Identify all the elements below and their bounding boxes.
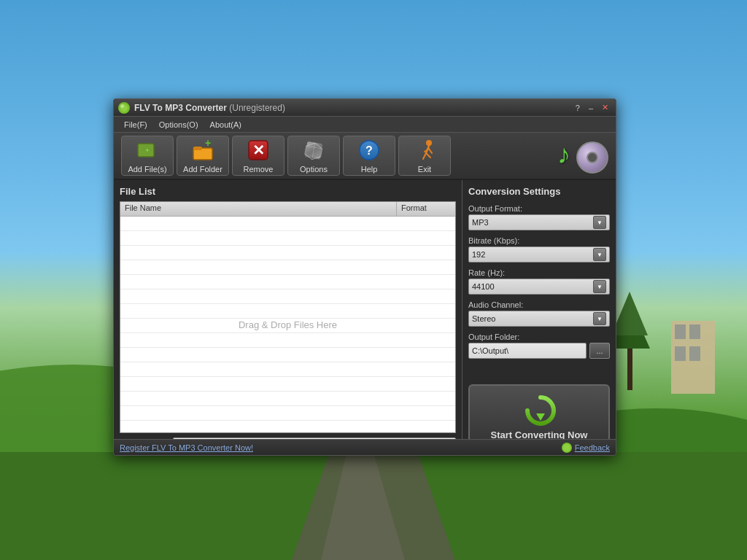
- svg-line-40: [426, 153, 430, 158]
- rate-group: Rate (Hz): 44100 ▼: [468, 268, 610, 295]
- folder-row: C:\Output\ ...: [468, 343, 610, 359]
- menu-bar: File(F) Options(O) About(A): [114, 117, 616, 133]
- disc-icon: [576, 141, 608, 174]
- minimize-button[interactable]: –: [586, 103, 596, 113]
- svg-line-39: [423, 153, 426, 159]
- output-format-value: MP3: [472, 218, 593, 227]
- output-folder-group: Output Folder: C:\Output\ ...: [468, 332, 610, 359]
- output-format-label: Output Format:: [468, 204, 610, 213]
- svg-text:+: +: [144, 144, 150, 156]
- rate-value: 44100: [472, 282, 593, 291]
- add-files-icon: +: [136, 139, 159, 162]
- add-files-label: Add File(s): [128, 165, 166, 174]
- settings-title: Conversion Settings: [468, 186, 610, 197]
- file-table: File Name Format Drag & Drop Files Here: [120, 201, 456, 433]
- svg-rect-20: [675, 324, 686, 339]
- svg-text:+: +: [205, 139, 211, 149]
- bitrate-group: Bitrate (Kbps): 192 ▼: [468, 236, 610, 262]
- convert-icon: [523, 393, 555, 425]
- options-label: Options: [300, 165, 328, 174]
- remove-button[interactable]: ✕ Remove: [232, 136, 285, 176]
- feedback-area: Feedback: [562, 443, 610, 453]
- audio-channel-value: Stereo: [472, 314, 593, 323]
- file-table-header: File Name Format: [120, 202, 455, 217]
- add-folder-label: Add Folder: [183, 165, 222, 174]
- menu-options[interactable]: Options(O): [153, 119, 204, 131]
- options-button[interactable]: Options: [287, 136, 340, 176]
- svg-marker-18: [611, 292, 648, 335]
- add-folder-icon: +: [191, 139, 214, 162]
- svg-marker-43: [536, 413, 545, 421]
- main-content: File List File Name Format Drag & Drop F…: [114, 180, 616, 455]
- app-window: FLV To MP3 Converter (Unregistered) ? – …: [113, 98, 616, 456]
- menu-file[interactable]: File(F): [118, 119, 153, 131]
- feedback-icon: [562, 443, 572, 453]
- menu-about[interactable]: About(A): [204, 119, 247, 131]
- help-label: Help: [361, 165, 378, 174]
- browse-button[interactable]: ...: [589, 343, 610, 359]
- svg-line-42: [429, 149, 432, 153]
- output-format-select[interactable]: MP3 ▼: [468, 214, 610, 230]
- bitrate-select[interactable]: 192 ▼: [468, 246, 610, 262]
- settings-panel: Conversion Settings Output Format: MP3 ▼…: [462, 180, 616, 455]
- help-toolbar-button[interactable]: ? Help: [343, 136, 395, 176]
- toolbar: + Add File(s) + Add Folder: [114, 133, 616, 180]
- help-button[interactable]: ?: [573, 103, 583, 113]
- svg-rect-23: [689, 346, 700, 361]
- svg-text:?: ?: [365, 144, 373, 157]
- audio-channel-group: Audio Channel: Stereo ▼: [468, 300, 610, 327]
- svg-rect-16: [627, 343, 632, 390]
- add-files-button[interactable]: + Add File(s): [121, 136, 174, 176]
- close-button[interactable]: ✕: [599, 102, 611, 113]
- col-format-header: Format: [397, 202, 455, 216]
- col-filename-header: File Name: [120, 202, 397, 216]
- file-list-panel: File List File Name Format Drag & Drop F…: [114, 180, 462, 455]
- svg-rect-22: [675, 346, 686, 361]
- feedback-link[interactable]: Feedback: [575, 443, 610, 452]
- bitrate-label: Bitrate (Kbps):: [468, 236, 610, 245]
- add-folder-button[interactable]: + Add Folder: [177, 136, 229, 176]
- logo: ♪: [557, 136, 608, 176]
- file-table-body[interactable]: Drag & Drop Files Here: [120, 217, 455, 432]
- rate-arrow: ▼: [593, 280, 606, 293]
- drop-hint: Drag & Drop Files Here: [239, 319, 337, 330]
- audio-channel-select[interactable]: Stereo ▼: [468, 311, 610, 327]
- window-title: FLV To MP3 Converter (Unregistered): [134, 103, 573, 113]
- audio-channel-arrow: ▼: [593, 312, 606, 325]
- exit-label: Exit: [418, 165, 431, 174]
- bitrate-value: 192: [472, 250, 593, 259]
- svg-text:✕: ✕: [252, 142, 265, 158]
- music-note-icon: ♪: [557, 139, 570, 170]
- exit-icon: [413, 139, 436, 162]
- app-icon: [118, 102, 130, 114]
- output-folder-input[interactable]: C:\Output\: [468, 343, 587, 359]
- audio-channel-label: Audio Channel:: [468, 300, 610, 309]
- remove-icon: ✕: [247, 139, 270, 162]
- output-format-group: Output Format: MP3 ▼: [468, 204, 610, 230]
- bitrate-arrow: ▼: [593, 248, 606, 261]
- remove-label: Remove: [244, 165, 274, 174]
- file-list-title: File List: [120, 186, 456, 197]
- rate-label: Rate (Hz):: [468, 268, 610, 277]
- rate-select[interactable]: 44100 ▼: [468, 279, 610, 295]
- status-bar: Register FLV To MP3 Converter Now! Feedb…: [114, 439, 616, 455]
- options-icon: [302, 139, 325, 162]
- logo-area: ♪: [454, 136, 608, 176]
- svg-rect-27: [193, 147, 202, 150]
- window-controls: ? – ✕: [573, 102, 611, 113]
- svg-rect-21: [689, 324, 700, 339]
- title-bar: FLV To MP3 Converter (Unregistered) ? – …: [114, 99, 616, 117]
- output-format-arrow: ▼: [593, 216, 606, 229]
- output-folder-label: Output Folder:: [468, 332, 610, 341]
- help-icon: ?: [357, 139, 381, 162]
- register-link[interactable]: Register FLV To MP3 Converter Now!: [120, 443, 253, 452]
- exit-button[interactable]: Exit: [398, 136, 451, 176]
